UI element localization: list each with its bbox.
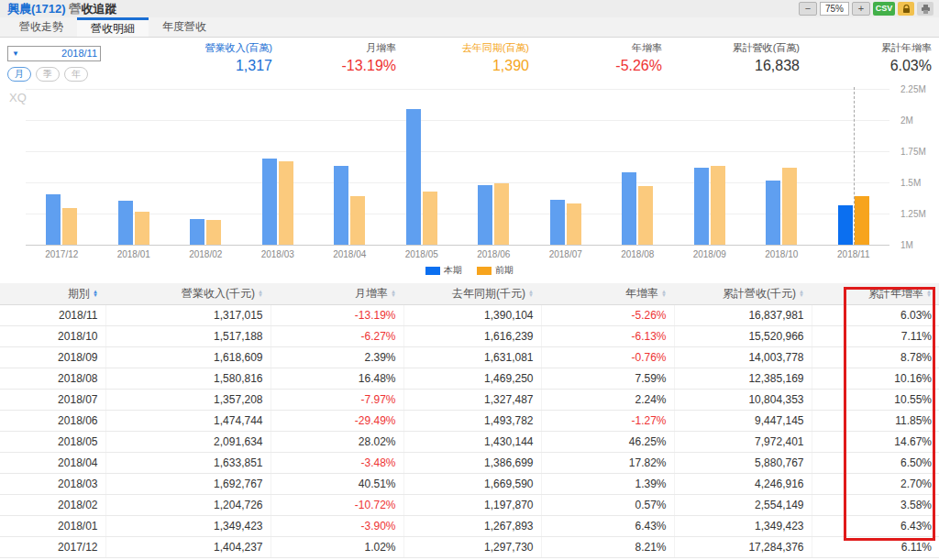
bar-本期-2017/12[interactable] bbox=[46, 194, 61, 245]
table-cell: 6.43% bbox=[541, 516, 674, 537]
gridline bbox=[26, 89, 889, 90]
stats-columns: 營業收入(百萬)1,317月增率-13.19%去年同期(百萬)1,390年增率-… bbox=[169, 38, 939, 83]
tab-1[interactable]: 營收明細 bbox=[77, 17, 149, 37]
bar-本期-2018/03[interactable] bbox=[262, 159, 277, 245]
table-cell: 1,349,423 bbox=[105, 516, 271, 537]
table-row[interactable]: 2018/011,349,423-3.90%1,267,8936.43%1,34… bbox=[0, 516, 939, 537]
table-cell: 1,430,144 bbox=[403, 432, 541, 453]
column-header-2[interactable]: 月增率▲▼ bbox=[271, 283, 403, 305]
zoom-out-button[interactable]: − bbox=[799, 2, 817, 16]
zoom-level-field[interactable]: 75% bbox=[820, 2, 849, 16]
table-row[interactable]: 2018/021,204,726-10.72%1,197,8700.57%2,5… bbox=[0, 495, 939, 516]
table-cell: 46.25% bbox=[541, 432, 674, 453]
bar-本期-2018/08[interactable] bbox=[622, 172, 636, 245]
printer-icon bbox=[921, 5, 931, 14]
csv-export-button[interactable]: CSV bbox=[873, 2, 895, 16]
table-row[interactable]: 2018/101,517,188-6.27%1,616,239-6.13%15,… bbox=[0, 326, 939, 347]
summary-stats-row: ▼ 2018/11 月季年 營業收入(百萬)1,317月增率-13.19%去年同… bbox=[0, 38, 939, 83]
table-cell: 2018/09 bbox=[0, 347, 105, 368]
table-cell: 1,267,893 bbox=[403, 516, 541, 537]
bar-本期-2018/06[interactable] bbox=[478, 185, 492, 245]
column-header-6[interactable]: 累計年增率▲▼ bbox=[812, 283, 939, 305]
print-button[interactable] bbox=[917, 2, 933, 16]
column-header-label: 年增率 bbox=[625, 287, 658, 300]
bar-前期-2018/08[interactable] bbox=[638, 186, 653, 245]
table-cell: 1,197,870 bbox=[403, 495, 541, 516]
bar-前期-2018/05[interactable] bbox=[423, 192, 437, 245]
bar-本期-2018/04[interactable] bbox=[334, 166, 348, 245]
table-row[interactable]: 2018/041,633,851-3.48%1,386,69917.82%5,8… bbox=[0, 453, 939, 474]
stat-4: 累計營收(百萬)16,838 bbox=[669, 38, 807, 83]
legend-item-前期[interactable]: 前期 bbox=[477, 264, 514, 277]
table-row[interactable]: 2018/061,474,744-29.49%1,493,782-1.27%9,… bbox=[0, 411, 939, 432]
bar-本期-2018/02[interactable] bbox=[190, 219, 204, 245]
table-cell: 7,972,401 bbox=[674, 432, 812, 453]
stat-label: 月增率 bbox=[280, 41, 396, 55]
table-cell: -1.27% bbox=[541, 411, 674, 432]
gridline bbox=[26, 182, 889, 183]
bar-前期-2018/07[interactable] bbox=[567, 203, 581, 245]
lock-button[interactable] bbox=[898, 2, 914, 16]
bar-前期-2018/04[interactable] bbox=[350, 196, 365, 245]
table-header-row: 期別▲▼營業收入(千元)▲▼月增率▲▼去年同期(千元)▲▼年增率▲▼累計營收(千… bbox=[0, 283, 939, 305]
bar-前期-2018/02[interactable] bbox=[206, 220, 221, 245]
stat-value: -5.26% bbox=[536, 58, 662, 74]
bar-前期-2018/11[interactable] bbox=[855, 196, 869, 245]
column-header-3[interactable]: 去年同期(千元)▲▼ bbox=[403, 283, 541, 305]
period-button-1[interactable]: 季 bbox=[36, 67, 60, 82]
column-header-1[interactable]: 營業收入(千元)▲▼ bbox=[105, 283, 271, 305]
period-button-2[interactable]: 年 bbox=[64, 67, 88, 82]
x-axis-tick: 2018/10 bbox=[765, 249, 798, 259]
bar-本期-2018/01[interactable] bbox=[118, 201, 133, 245]
bar-本期-2018/05[interactable] bbox=[406, 109, 421, 245]
table-cell: 15,520,966 bbox=[674, 326, 812, 347]
bar-本期-2018/10[interactable] bbox=[766, 181, 780, 245]
stat-label: 營業收入(百萬) bbox=[169, 41, 272, 55]
table-cell: 2018/08 bbox=[0, 368, 105, 390]
table-cell: 0.57% bbox=[541, 495, 674, 516]
table-row[interactable]: 2018/071,357,208-7.97%1,327,4872.24%10,8… bbox=[0, 390, 939, 411]
table-row[interactable]: 2017/121,404,2371.02%1,297,7308.21%17,28… bbox=[0, 537, 939, 558]
table-cell: 1,386,699 bbox=[403, 453, 541, 474]
revenue-table-section: 期別▲▼營業收入(千元)▲▼月增率▲▼去年同期(千元)▲▼年增率▲▼累計營收(千… bbox=[0, 283, 939, 558]
bar-前期-2018/03[interactable] bbox=[279, 161, 293, 245]
table-row[interactable]: 2018/052,091,63428.02%1,430,14446.25%7,9… bbox=[0, 432, 939, 453]
column-header-0[interactable]: 期別▲▼ bbox=[0, 283, 105, 305]
bar-前期-2018/10[interactable] bbox=[782, 168, 797, 245]
table-row[interactable]: 2018/081,580,81616.48%1,469,2507.59%12,3… bbox=[0, 368, 939, 390]
zoom-in-button[interactable]: + bbox=[852, 2, 870, 16]
table-cell: 1,493,782 bbox=[403, 411, 541, 432]
stat-label: 累計年增率 bbox=[807, 41, 932, 55]
table-cell: 6.50% bbox=[812, 453, 939, 474]
column-header-5[interactable]: 累計營收(千元)▲▼ bbox=[674, 283, 812, 305]
bar-前期-2018/06[interactable] bbox=[494, 183, 509, 245]
column-header-4[interactable]: 年增率▲▼ bbox=[541, 283, 674, 305]
legend-item-本期[interactable]: 本期 bbox=[425, 264, 462, 277]
table-row[interactable]: 2018/031,692,76740.51%1,669,5901.39%4,24… bbox=[0, 474, 939, 495]
x-axis-tick: 2018/06 bbox=[477, 249, 510, 259]
table-cell: 8.21% bbox=[541, 537, 674, 558]
bar-本期-2018/07[interactable] bbox=[550, 200, 565, 245]
bar-前期-2018/09[interactable] bbox=[711, 166, 725, 245]
y-axis-tick: 1.75M bbox=[900, 147, 926, 157]
table-cell: 1,469,250 bbox=[403, 368, 541, 390]
gridline bbox=[26, 245, 889, 246]
table-cell: 1,404,237 bbox=[105, 537, 271, 558]
gridline bbox=[26, 120, 889, 121]
tab-0[interactable]: 營收走勢 bbox=[6, 17, 77, 37]
table-cell: 1,669,590 bbox=[403, 474, 541, 495]
table-cell: 1,692,767 bbox=[105, 474, 271, 495]
stat-value: 1,390 bbox=[403, 58, 529, 74]
table-cell: 10,804,353 bbox=[674, 390, 812, 411]
bar-本期-2018/11[interactable] bbox=[838, 205, 853, 245]
table-row[interactable]: 2018/111,317,015-13.19%1,390,104-5.26%16… bbox=[0, 305, 939, 326]
period-button-0[interactable]: 月 bbox=[7, 67, 31, 82]
bar-前期-2017/12[interactable] bbox=[62, 208, 77, 245]
table-cell: 10.16% bbox=[812, 368, 939, 390]
table-row[interactable]: 2018/091,618,6092.39%1,631,081-0.76%14,0… bbox=[0, 347, 939, 368]
date-select[interactable]: ▼ 2018/11 bbox=[7, 46, 101, 61]
bar-前期-2018/01[interactable] bbox=[135, 212, 149, 245]
tab-2[interactable]: 年度營收 bbox=[149, 17, 220, 37]
table-cell: 4,246,916 bbox=[674, 474, 812, 495]
bar-本期-2018/09[interactable] bbox=[694, 168, 709, 245]
